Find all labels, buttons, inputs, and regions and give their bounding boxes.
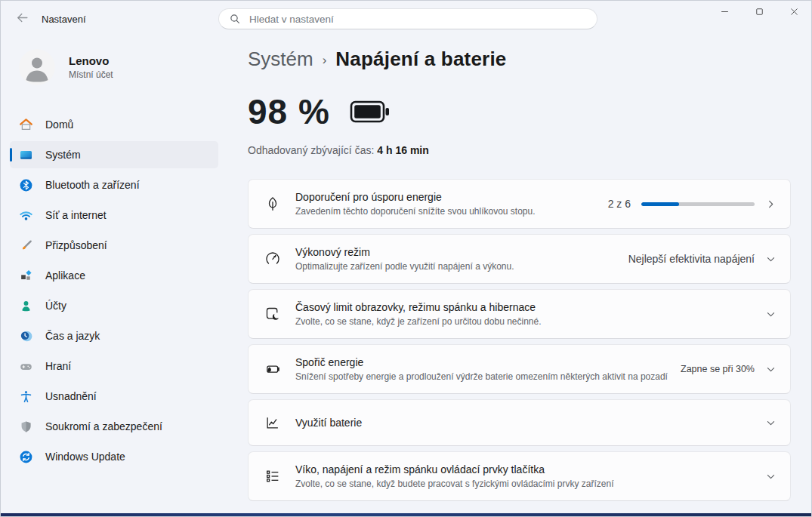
card-lid-power-buttons[interactable]: Víko, napájení a režim spánku ovládací p… — [248, 451, 791, 501]
back-button[interactable] — [10, 7, 34, 31]
progress-fill — [641, 202, 679, 206]
card-title: Spořič energie — [295, 356, 681, 368]
card-value: Zapne se při 30% — [681, 364, 755, 374]
sidebar-item-label: Aplikace — [45, 269, 85, 282]
app-title: Nastavení — [42, 14, 86, 25]
sidebar-item-label: Síť a internet — [45, 209, 107, 221]
page-title: Napájení a baterie — [335, 48, 506, 71]
system-icon — [19, 148, 33, 162]
performance-mode-icon — [264, 251, 282, 267]
back-arrow-icon — [16, 11, 29, 27]
privacy-icon — [19, 420, 33, 434]
apps-icon — [19, 269, 33, 283]
search-icon — [229, 13, 241, 25]
minimize-button[interactable] — [707, 1, 742, 26]
sidebar-item-accessibility[interactable]: Usnadnění — [10, 383, 218, 410]
maximize-button[interactable] — [742, 1, 776, 26]
battery-estimate: Odhadovaný zbývající čas:4 h 16 min — [248, 144, 791, 156]
time-language-icon — [19, 329, 33, 343]
chevron-down-icon[interactable] — [765, 364, 776, 375]
card-value: Nejlepší efektivita napájení — [628, 253, 755, 265]
close-button[interactable] — [776, 1, 811, 26]
battery-estimate-label: Odhadovaný zbývající čas: — [248, 144, 374, 156]
sidebar-item-label: Windows Update — [45, 451, 125, 463]
sidebar-item-bluetooth[interactable]: Bluetooth a zařízení — [10, 171, 218, 198]
chevron-right-icon[interactable] — [765, 198, 776, 210]
card-subtitle: Zvolte, co se stane, když budete pracova… — [295, 479, 765, 489]
search-box[interactable] — [218, 8, 597, 29]
sidebar-item-label: Účty — [45, 300, 66, 312]
chevron-down-icon[interactable] — [765, 417, 776, 429]
energy-recommendations-icon — [264, 195, 282, 212]
card-subtitle: Zvolte, co se stane, když je zařízení po… — [295, 316, 765, 327]
breadcrumb-separator: › — [323, 51, 327, 68]
card-title: Víko, napájení a režim spánku ovládací p… — [295, 463, 765, 475]
titlebar: Nastavení — [1, 1, 811, 37]
battery-usage-icon — [264, 414, 282, 431]
chevron-down-icon[interactable] — [765, 309, 776, 320]
sidebar-item-system[interactable]: Systém — [10, 141, 218, 168]
accessibility-icon — [19, 389, 33, 404]
sidebar-item-windows-update[interactable]: Windows Update — [10, 443, 218, 470]
user-name: Lenovo — [69, 54, 113, 67]
minimize-icon — [719, 6, 730, 20]
card-title: Doporučení pro úsporu energie — [295, 191, 608, 203]
sidebar-item-personalization[interactable]: Přizpůsobení — [10, 232, 218, 259]
sidebar-item-label: Soukromí a zabezpečení — [45, 420, 162, 432]
screen-sleep-icon — [264, 306, 282, 322]
search-input[interactable] — [248, 13, 597, 26]
sidebar-item-label: Usnadnění — [45, 390, 97, 402]
card-battery-saver[interactable]: Spořič energieSnížení spotřeby energie a… — [248, 344, 791, 394]
sidebar-item-time-language[interactable]: Čas a jazyk — [10, 322, 218, 349]
chevron-down-icon[interactable] — [765, 471, 776, 482]
sidebar-item-label: Čas a jazyk — [45, 330, 100, 342]
accounts-icon — [19, 299, 33, 313]
battery-percent: 98 % — [248, 91, 330, 132]
sidebar-item-gaming[interactable]: Hraní — [10, 352, 218, 380]
sidebar-item-label: Hraní — [45, 360, 71, 372]
sidebar-item-network[interactable]: Síť a internet — [10, 202, 218, 229]
sidebar-item-home[interactable]: Domů — [10, 111, 218, 138]
windows-update-icon — [19, 450, 33, 464]
main-panel: Systém › Napájení a baterie 98 % Odhadov… — [227, 37, 811, 513]
card-title: Časový limit obrazovky, režimu spánku a … — [295, 301, 765, 313]
card-title: Výkonový režim — [295, 246, 628, 258]
avatar — [19, 49, 55, 85]
breadcrumb: Systém › Napájení a baterie — [248, 46, 791, 72]
chevron-down-icon[interactable] — [765, 254, 776, 265]
card-subtitle: Snížení spotřeby energie a prodloužení v… — [295, 371, 681, 382]
sidebar-item-apps[interactable]: Aplikace — [10, 262, 218, 289]
sidebar-item-label: Bluetooth a zařízení — [45, 179, 140, 191]
card-battery-usage[interactable]: Využití baterie — [248, 399, 791, 446]
card-performance-mode[interactable]: Výkonový režimOptimalizujte zařízení pod… — [248, 234, 791, 284]
settings-cards: Doporučení pro úsporu energieZavedením t… — [248, 179, 791, 501]
battery-saver-icon — [264, 361, 282, 377]
battery-status: 98 % — [248, 93, 791, 131]
card-subtitle: Optimalizujte zařízení podle využití nap… — [295, 261, 628, 272]
card-subtitle: Zavedením těchto doporučení snížíte svou… — [295, 206, 608, 217]
battery-full-icon — [350, 98, 391, 125]
network-icon — [19, 208, 33, 223]
home-icon — [19, 118, 33, 132]
person-icon — [19, 49, 55, 85]
sidebar-item-label: Přizpůsobení — [45, 239, 107, 251]
card-value: 2 z 6 — [608, 198, 631, 210]
sidebar-item-label: Systém — [45, 149, 81, 161]
gaming-icon — [19, 359, 33, 374]
card-screen-sleep-timeouts[interactable]: Časový limit obrazovky, režimu spánku a … — [248, 289, 791, 339]
breadcrumb-parent[interactable]: Systém — [248, 48, 313, 71]
sidebar-item-privacy[interactable]: Soukromí a zabezpečení — [10, 413, 218, 440]
sidebar-item-accounts[interactable]: Účty — [10, 292, 218, 319]
desktop-edge — [1, 513, 811, 516]
personalization-icon — [19, 238, 33, 253]
window-controls — [707, 1, 811, 26]
progress-bar — [641, 202, 755, 206]
maximize-icon — [754, 6, 765, 20]
user-account-type: Místní účet — [69, 69, 113, 80]
card-energy-recommendations[interactable]: Doporučení pro úsporu energieZavedením t… — [248, 179, 791, 229]
close-icon — [789, 6, 800, 20]
lid-power-buttons-icon — [264, 468, 282, 485]
settings-window: Nastavení Lenovo Místní účet DomůSystémB… — [0, 0, 812, 517]
user-account[interactable]: Lenovo Místní účet — [19, 49, 218, 85]
sidebar-nav: DomůSystémBluetooth a zařízeníSíť a inte… — [1, 111, 227, 470]
